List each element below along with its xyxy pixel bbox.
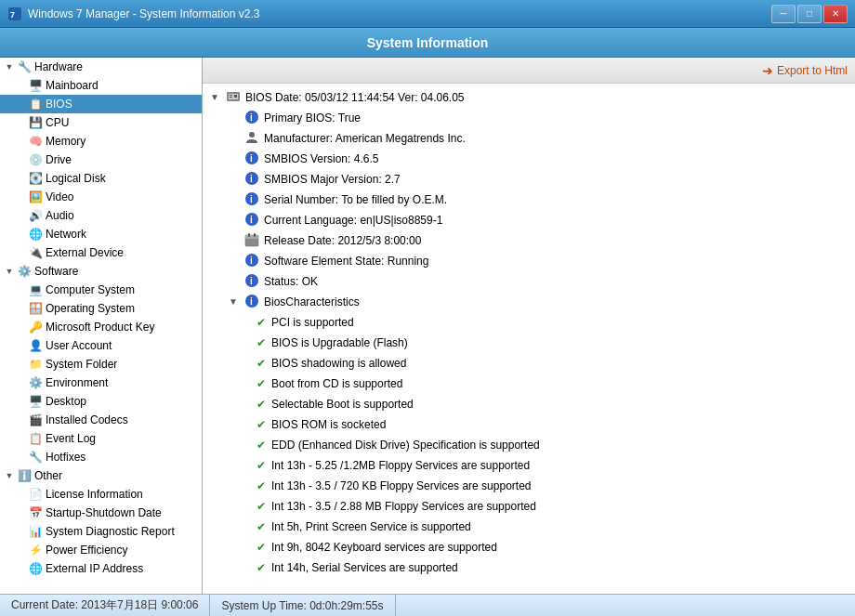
title-bar: 7 Windows 7 Manager - System Information… bbox=[0, 0, 855, 28]
check-icon-0: ✔ bbox=[256, 314, 266, 331]
sidebar-item-power[interactable]: ⚡ Power Efficiency bbox=[0, 541, 202, 559]
logicaldisk-icon: 💽 bbox=[28, 171, 43, 186]
memory-label: Memory bbox=[46, 135, 86, 148]
sidebar-item-user-account[interactable]: 👤 User Account bbox=[0, 336, 202, 355]
expand-video-icon bbox=[15, 191, 26, 203]
bioc-item-0: ✔ PCI is supported bbox=[203, 312, 855, 333]
sidebar-item-event-log[interactable]: 📋 Event Log bbox=[0, 429, 202, 448]
content-scroll[interactable]: ▼ BIOS Date: 05/03/12 11:44:54 Ver: 04.0… bbox=[203, 84, 855, 594]
expand-ss-icon bbox=[15, 507, 26, 518]
sidebar-item-external-device[interactable]: 🔌 External Device bbox=[0, 243, 202, 262]
uptime-label: System Up Time: 0d:0h:29m:55s bbox=[221, 599, 383, 612]
svg-text:i: i bbox=[250, 215, 253, 225]
other-label: Other bbox=[34, 469, 62, 482]
maximize-button[interactable]: □ bbox=[797, 5, 822, 23]
info-icon-1: i bbox=[243, 110, 260, 125]
sidebar-item-drive[interactable]: 💿 Drive bbox=[0, 151, 202, 169]
environment-icon: ⚙️ bbox=[28, 375, 43, 390]
license-icon: 📄 bbox=[28, 487, 43, 502]
sidebar-item-desktop[interactable]: 🖥️ Desktop bbox=[0, 392, 202, 411]
sidebar-item-codecs[interactable]: 🎬 Installed Codecs bbox=[0, 411, 202, 429]
memory-icon: 🧠 bbox=[28, 134, 43, 149]
info-icon-4: i bbox=[243, 191, 260, 206]
power-icon: ⚡ bbox=[28, 543, 43, 557]
user-account-label: User Account bbox=[46, 339, 112, 352]
content-area: ➜ Export to Html ▼ BIOS Date: 05/03/12 bbox=[203, 58, 855, 594]
field-text-3: SMBIOS Version: 4.6.5 bbox=[264, 151, 848, 167]
svg-rect-19 bbox=[245, 235, 258, 239]
sidebar-item-license[interactable]: 📄 License Information bbox=[0, 485, 202, 504]
hardware-group-icon: 🔧 bbox=[17, 59, 32, 74]
field-text-8: Software Element State: Running bbox=[264, 253, 848, 269]
sidebar-item-diagnostic[interactable]: 📊 System Diagnostic Report bbox=[0, 522, 202, 541]
current-date-label: Current Date: 2013年7月18日 9:00:06 bbox=[11, 597, 198, 613]
field-text-7: Release Date: 2012/5/3 8:00:00 bbox=[264, 232, 848, 249]
info-icon-2: i bbox=[243, 151, 260, 165]
app-title: Windows 7 Manager - System Information v… bbox=[28, 7, 259, 20]
app-icon: 7 bbox=[7, 7, 22, 21]
bioc-item-5: ✔ BIOS ROM is socketed bbox=[203, 414, 855, 435]
field-smbios-ver: i SMBIOS Version: 4.6.5 bbox=[203, 149, 855, 169]
sidebar-item-memory[interactable]: 🧠 Memory bbox=[0, 132, 202, 151]
drive-icon: 💿 bbox=[28, 152, 43, 167]
bioc-item-9: ✔ Int 13h - 3.5 / 2.88 MB Floppy Service… bbox=[203, 496, 855, 517]
expand-el-icon bbox=[15, 433, 26, 444]
external-device-icon: 🔌 bbox=[28, 245, 43, 260]
sidebar-item-computer-system[interactable]: 💻 Computer System bbox=[0, 281, 202, 299]
user-icon-1 bbox=[243, 130, 260, 145]
bioc-item-12: ✔ Int 14h, Serial Services are supported bbox=[203, 557, 855, 578]
other-group-icon: ℹ️ bbox=[17, 468, 32, 483]
svg-text:i: i bbox=[250, 276, 253, 286]
sidebar-group-other[interactable]: ▼ ℹ️ Other bbox=[0, 466, 202, 485]
video-icon: 🖼️ bbox=[28, 190, 43, 204]
sidebar-item-video[interactable]: 🖼️ Video bbox=[0, 188, 202, 206]
minimize-button[interactable]: ─ bbox=[771, 5, 796, 23]
sidebar-item-audio[interactable]: 🔊 Audio bbox=[0, 206, 202, 225]
field-manufacturer: Manufacturer: American Megatrends Inc. bbox=[203, 128, 855, 149]
bioc-item-10: ✔ Int 5h, Print Screen Service is suppor… bbox=[203, 517, 855, 537]
sidebar-item-network[interactable]: 🌐 Network bbox=[0, 225, 202, 243]
expand-software-icon: ▼ bbox=[4, 266, 15, 277]
sidebar-group-software[interactable]: ▼ ⚙️ Software bbox=[0, 262, 202, 281]
expand-bios-content-icon: ▼ bbox=[210, 89, 223, 106]
bioc-item-1: ✔ BIOS is Upgradable (Flash) bbox=[203, 333, 855, 353]
expand-hardware-icon: ▼ bbox=[4, 61, 15, 72]
sidebar-item-cpu[interactable]: 💾 CPU bbox=[0, 113, 202, 132]
field-text-1: Primary BIOS: True bbox=[264, 110, 848, 126]
export-button[interactable]: ➜ Export to Html bbox=[762, 63, 848, 78]
sidebar-item-startup-shutdown[interactable]: 📅 Startup-Shutdown Date bbox=[0, 504, 202, 522]
mainboard-icon: 🖥️ bbox=[28, 78, 43, 93]
hardware-label: Hardware bbox=[34, 60, 83, 73]
sidebar-item-external-ip[interactable]: 🌐 External IP Address bbox=[0, 559, 202, 578]
product-key-icon: 🔑 bbox=[28, 320, 43, 334]
expand-bios-icon bbox=[15, 98, 26, 110]
svg-text:7: 7 bbox=[10, 10, 15, 20]
sidebar-item-system-folder[interactable]: 📁 System Folder bbox=[0, 355, 202, 374]
sidebar-item-os[interactable]: 🪟 Operating System bbox=[0, 299, 202, 318]
license-label: License Information bbox=[46, 488, 143, 501]
bioc-item-7: ✔ Int 13h - 5.25 /1.2MB Floppy Services … bbox=[203, 455, 855, 476]
info-icon-3: i bbox=[243, 171, 260, 186]
content-toolbar: ➜ Export to Html bbox=[203, 58, 855, 84]
expand-diag-icon bbox=[15, 526, 26, 537]
field-serial: i Serial Number: To be filled by O.E.M. bbox=[203, 190, 855, 210]
os-icon: 🪟 bbox=[28, 301, 43, 316]
sidebar-item-logicaldisk[interactable]: 💽 Logical Disk bbox=[0, 169, 202, 188]
expand-mainboard-icon bbox=[15, 80, 26, 91]
software-label: Software bbox=[34, 265, 78, 278]
expand-audio-icon bbox=[15, 210, 26, 221]
sidebar-item-environment[interactable]: ⚙️ Environment bbox=[0, 374, 202, 392]
check-icon-8: ✔ bbox=[256, 478, 266, 494]
bioc-item-8: ✔ Int 13h - 3.5 / 720 KB Floppy Services… bbox=[203, 476, 855, 496]
check-icon-9: ✔ bbox=[256, 498, 266, 515]
sidebar-item-hotfixes[interactable]: 🔧 Hotfixes bbox=[0, 448, 202, 466]
svg-point-9 bbox=[249, 132, 255, 138]
field-release-date: Release Date: 2012/5/3 8:00:00 bbox=[203, 230, 855, 251]
close-button[interactable]: ✕ bbox=[823, 5, 848, 23]
sidebar-item-product-key[interactable]: 🔑 Microsoft Product Key bbox=[0, 318, 202, 336]
expand-drive-icon bbox=[15, 154, 26, 165]
field-status: i Status: OK bbox=[203, 271, 855, 292]
sidebar-group-hardware[interactable]: ▼ 🔧 Hardware bbox=[0, 58, 202, 76]
sidebar-item-bios[interactable]: 📋 BIOS bbox=[0, 95, 202, 113]
sidebar-item-mainboard[interactable]: 🖥️ Mainboard bbox=[0, 76, 202, 95]
